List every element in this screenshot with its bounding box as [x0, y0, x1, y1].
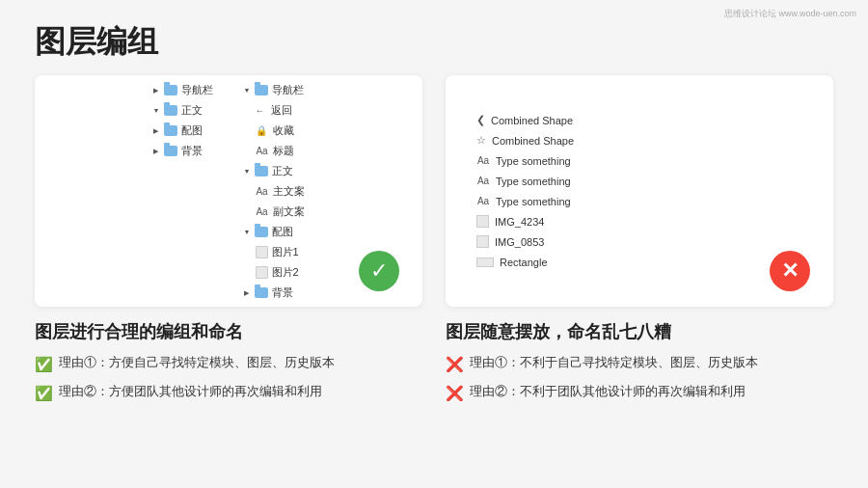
text-icon: Aa: [476, 176, 490, 186]
text-icon: Aa: [476, 155, 490, 166]
list-item: ❮ Combined Shape: [476, 112, 802, 129]
tree-item: 🔒 收藏: [244, 122, 305, 139]
tree-label: 图片1: [272, 245, 299, 259]
folder-icon: [255, 227, 268, 237]
tree-label: 配图: [181, 123, 203, 138]
right-reason-1: 理由①：不利于自己寻找特定模块、图层、历史版本: [470, 353, 758, 372]
rect-wide-icon: [476, 258, 494, 267]
bad-bullet-icon: ❌: [446, 354, 464, 376]
item-label: Rectangle: [500, 257, 548, 268]
rect-icon: [476, 235, 489, 248]
item-label: IMG_4234: [495, 216, 544, 228]
good-bullet-icon: ✅: [35, 354, 53, 376]
list-item: IMG_0853: [476, 233, 802, 251]
item-label: Combined Shape: [491, 115, 573, 126]
star-icon: ☆: [476, 134, 486, 147]
item-label: Combined Shape: [492, 135, 574, 147]
list-item: Aa Type something: [476, 152, 802, 170]
image-icon: [256, 266, 268, 279]
item-label: IMG_0853: [495, 236, 544, 248]
tree-item: ▼ 导航栏: [244, 81, 305, 98]
tree-label: 主文案: [273, 184, 305, 199]
left-desc-item-2: ✅ 理由②：方便团队其他设计师的再次编辑和利用: [35, 382, 422, 405]
list-item: Aa Type something: [476, 193, 802, 210]
tree-label: 标题: [273, 144, 294, 158]
text-icon: Aa: [256, 206, 269, 217]
tree-label: 收藏: [273, 123, 294, 138]
folder-icon: [164, 146, 177, 156]
page-title: 图层编组: [35, 21, 158, 64]
right-desc-title: 图层随意摆放，命名乱七八糟: [446, 320, 833, 343]
tree-col-expanded: ▼ 导航栏 ← 返回 🔒 收藏 Aa 标题: [244, 81, 305, 301]
tree-label: 导航栏: [181, 83, 213, 97]
right-reason-2: 理由②：不利于团队其他设计师的再次编辑和利用: [470, 382, 746, 401]
tree-label: 背景: [181, 144, 203, 158]
folder-icon: [255, 287, 268, 298]
tree-item: ▶ 导航栏: [153, 81, 213, 98]
layer-tree-left: ▶ 导航栏 ▼ 正文 ▶ 配图 ▶: [130, 75, 328, 307]
list-item: Aa Type something: [476, 173, 802, 190]
good-bullet-icon: ✅: [35, 383, 53, 405]
tree-label: 背景: [272, 285, 293, 300]
text-icon: Aa: [476, 196, 490, 206]
folder-icon: [164, 105, 177, 116]
right-desc-item-1: ❌ 理由①：不利于自己寻找特定模块、图层、历史版本: [446, 353, 833, 376]
panels-row: ▶ 导航栏 ▼ 正文 ▶ 配图 ▶: [35, 75, 833, 307]
good-badge: ✓: [359, 251, 399, 291]
right-desc-item-2: ❌ 理由②：不利于团队其他设计师的再次编辑和利用: [446, 382, 833, 405]
tree-item: ▶ 背景: [244, 284, 305, 301]
tree-item: ▼ 配图: [244, 223, 305, 240]
tree-item: ▼ 正文: [244, 162, 305, 179]
tree-item: Aa 副文案: [244, 203, 305, 220]
folder-icon: [255, 166, 268, 176]
tree-item: Aa 主文案: [244, 182, 305, 200]
folder-icon: [164, 125, 177, 136]
text-icon: Aa: [256, 186, 269, 197]
rect-icon: [476, 215, 489, 228]
left-reason-2: 理由②：方便团队其他设计师的再次编辑和利用: [59, 382, 322, 401]
triangle-icon: ▶: [153, 87, 158, 94]
left-reason-1: 理由①：方便自己寻找特定模块、图层、历史版本: [59, 353, 335, 372]
tree-label: 返回: [271, 103, 292, 118]
folder-icon: [255, 85, 268, 95]
item-label: Type something: [496, 155, 571, 167]
tree-item: 图片1: [244, 243, 305, 260]
right-panel: ❮ Combined Shape ☆ Combined Shape Aa Typ…: [446, 75, 833, 307]
tree-item: ← 返回: [244, 101, 305, 119]
text-icon: Aa: [256, 146, 269, 156]
tree-label: 正文: [181, 103, 203, 118]
left-desc-title: 图层进行合理的编组和命名: [35, 320, 422, 343]
desc-row: 图层进行合理的编组和命名 ✅ 理由①：方便自己寻找特定模块、图层、历史版本 ✅ …: [35, 320, 833, 410]
left-panel: ▶ 导航栏 ▼ 正文 ▶ 配图 ▶: [35, 75, 422, 307]
arrow-icon: ←: [256, 105, 265, 116]
triangle-icon: ▶: [244, 289, 249, 296]
tree-item: ▶ 背景: [153, 142, 213, 159]
main-content: ▶ 导航栏 ▼ 正文 ▶ 配图 ▶: [35, 75, 833, 469]
triangle-icon: ▶: [153, 148, 158, 154]
list-item: ☆ Combined Shape: [476, 132, 802, 149]
tree-label: 配图: [272, 225, 293, 239]
tree-label: 副文案: [273, 204, 305, 219]
tree-col-simple: ▶ 导航栏 ▼ 正文 ▶ 配图 ▶: [153, 81, 213, 301]
triangle-icon: ▶: [153, 127, 158, 134]
item-label: Type something: [496, 196, 571, 207]
triangle-icon: ▼: [244, 168, 251, 175]
tree-label: 图片2: [272, 265, 299, 280]
bad-badge: ✕: [770, 251, 810, 291]
tree-label: 导航栏: [272, 83, 304, 97]
left-desc-col: 图层进行合理的编组和命名 ✅ 理由①：方便自己寻找特定模块、图层、历史版本 ✅ …: [35, 320, 422, 410]
list-item: IMG_4234: [476, 213, 802, 230]
chevron-icon: ❮: [476, 114, 485, 126]
tree-item: ▼ 正文: [153, 101, 213, 119]
left-desc-item-1: ✅ 理由①：方便自己寻找特定模块、图层、历史版本: [35, 353, 422, 376]
right-desc-col: 图层随意摆放，命名乱七八糟 ❌ 理由①：不利于自己寻找特定模块、图层、历史版本 …: [446, 320, 833, 410]
watermark: 思维设计论坛 www.wode-uen.com: [724, 8, 856, 20]
folder-icon: [164, 85, 177, 95]
image-icon: [256, 246, 268, 258]
lock-icon: 🔒: [256, 125, 267, 136]
triangle-icon: ▼: [244, 229, 251, 235]
bad-bullet-icon: ❌: [446, 383, 464, 405]
triangle-icon: ▼: [153, 107, 160, 114]
tree-item: ▶ 配图: [153, 122, 213, 139]
item-label: Type something: [496, 176, 571, 187]
